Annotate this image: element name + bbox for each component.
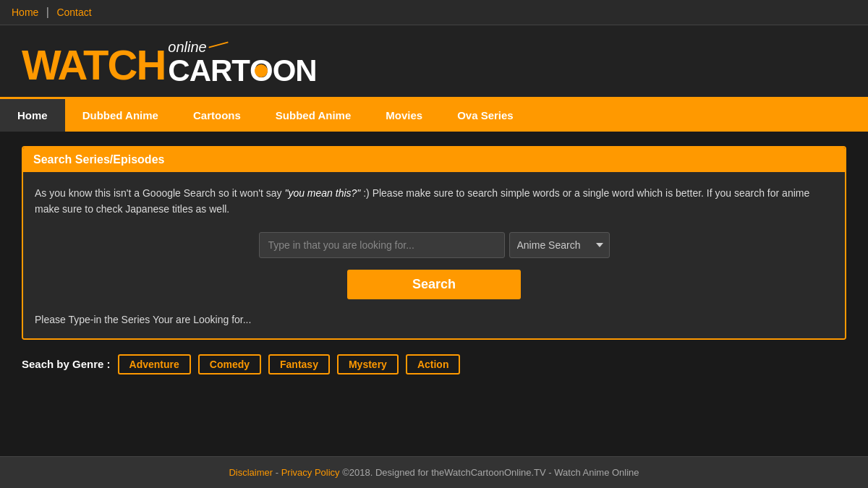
logo-right: online CARTOON (168, 40, 316, 86)
search-button[interactable]: Search (347, 270, 521, 299)
logo-cartoon: CARTOON (168, 56, 316, 86)
nav-bar: Home Dubbed Anime Cartoons Subbed Anime … (0, 99, 868, 132)
genre-mystery[interactable]: Mystery (337, 354, 399, 374)
logo-area: WATCH online CARTOON (0, 25, 868, 99)
nav-item-cartoons[interactable]: Cartoons (176, 99, 258, 132)
search-button-row: Search (35, 270, 833, 299)
main-content: Search Series/Episodes As you know this … (0, 132, 868, 403)
contact-link[interactable]: Contact (56, 7, 91, 18)
search-panel-body: As you know this isn't a Gooogle Search … (23, 172, 845, 338)
genre-section: Seach by Genre : Adventure Comedy Fantas… (22, 354, 846, 374)
home-link[interactable]: Home (12, 7, 38, 18)
search-info-text: As you know this isn't a Gooogle Search … (35, 185, 833, 218)
genre-label: Seach by Genre : (22, 358, 111, 370)
logo-watch: WATCH (22, 44, 165, 86)
nav-item-home[interactable]: Home (0, 99, 65, 132)
privacy-link[interactable]: Privacy Policy (281, 467, 340, 478)
nav-item-dubbed[interactable]: Dubbed Anime (65, 99, 176, 132)
logo-online: online (168, 40, 206, 54)
info-text-italic: "you mean this?" (284, 187, 360, 199)
genre-adventure[interactable]: Adventure (118, 354, 191, 374)
search-status-text: Please Type-in the Series Your are Looki… (35, 311, 833, 325)
search-input[interactable] (259, 232, 505, 258)
nav-separator: | (46, 6, 49, 18)
top-bar: Home | Contact (0, 0, 868, 25)
footer-sep1: - (276, 467, 281, 478)
search-panel: Search Series/Episodes As you know this … (22, 146, 846, 340)
logo-o: O (250, 56, 273, 86)
nav-item-subbed[interactable]: Subbed Anime (258, 99, 368, 132)
nav-item-ova[interactable]: Ova Series (440, 99, 531, 132)
info-text-before: As you know this isn't a Gooogle Search … (35, 187, 284, 199)
genre-comedy[interactable]: Comedy (198, 354, 261, 374)
search-form-row: Anime SearchCartoon SearchMovie Search (35, 232, 833, 258)
genre-fantasy[interactable]: Fantasy (268, 354, 330, 374)
genre-action[interactable]: Action (406, 354, 461, 374)
search-type-select[interactable]: Anime SearchCartoon SearchMovie Search (509, 232, 610, 258)
search-panel-header: Search Series/Episodes (23, 147, 845, 172)
footer: Disclaimer - Privacy Policy ©2018. Desig… (0, 456, 868, 488)
logo: WATCH online CARTOON (22, 40, 317, 86)
footer-copyright: ©2018. Designed for theWatchCartoonOnlin… (342, 467, 639, 478)
disclaimer-link[interactable]: Disclaimer (229, 467, 273, 478)
nav-item-movies[interactable]: Movies (368, 99, 440, 132)
search-panel-title: Search Series/Episodes (33, 153, 164, 166)
